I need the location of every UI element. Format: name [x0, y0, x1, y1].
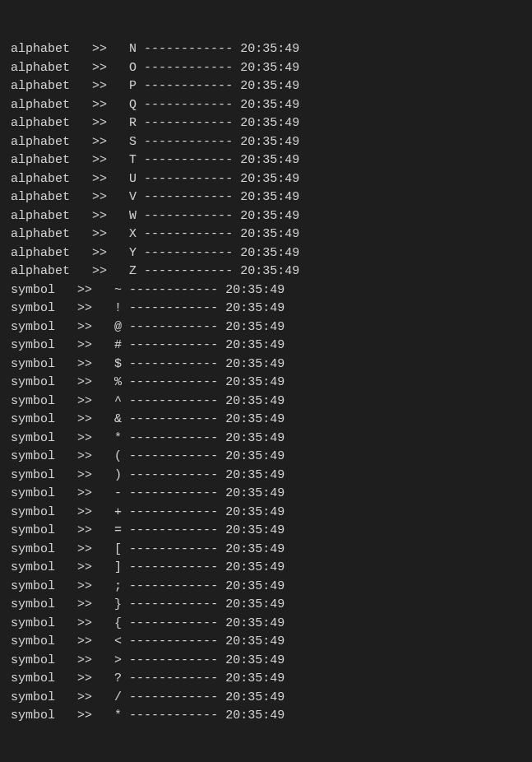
symbol-label: symbol — [11, 338, 55, 352]
symbol-char: + — [114, 505, 122, 519]
timestamp: 20:35:49 — [225, 597, 285, 611]
symbol-line: symbol >> > ------------ 20:35:49 — [3, 652, 532, 671]
dashes: ------------ — [129, 486, 218, 500]
timestamp: 20:35:49 — [240, 116, 299, 130]
symbol-char: = — [114, 523, 122, 537]
timestamp: 20:35:49 — [240, 61, 299, 75]
dashes: ------------ — [129, 283, 218, 297]
timestamp: 20:35:49 — [240, 42, 299, 56]
timestamp: 20:35:49 — [225, 320, 285, 334]
alphabet-label: alphabet — [11, 209, 70, 223]
timestamp: 20:35:49 — [225, 468, 285, 482]
arrow: >> — [92, 98, 107, 112]
symbol-line: symbol >> ) ------------ 20:35:49 — [3, 467, 532, 486]
timestamp: 20:35:49 — [240, 79, 299, 93]
dashes: ------------ — [129, 560, 218, 574]
arrow: >> — [77, 468, 92, 482]
symbol-line: symbol >> } ------------ 20:35:49 — [3, 596, 532, 615]
alphabet-char: S — [129, 135, 136, 149]
arrow: >> — [92, 61, 107, 75]
symbol-line: symbol >> * ------------ 20:35:49 — [3, 707, 532, 726]
arrow: >> — [77, 709, 92, 723]
alphabet-label: alphabet — [11, 227, 70, 241]
symbol-char: @ — [114, 320, 122, 334]
symbol-char: / — [114, 690, 122, 704]
symbol-label: symbol — [11, 431, 55, 445]
dashes: ------------ — [129, 375, 218, 389]
symbol-char: % — [114, 375, 122, 389]
symbol-char: - — [114, 486, 122, 500]
dashes: ------------ — [129, 468, 218, 482]
symbol-char: { — [114, 616, 122, 630]
timestamp: 20:35:49 — [225, 523, 285, 537]
symbol-label: symbol — [11, 505, 55, 519]
symbol-line: symbol >> ; ------------ 20:35:49 — [3, 578, 532, 597]
symbol-label: symbol — [11, 357, 55, 371]
symbol-char: * — [114, 431, 122, 445]
timestamp: 20:35:49 — [225, 709, 285, 723]
dashes: ------------ — [129, 449, 218, 463]
alphabet-line: alphabet >> W ------------ 20:35:49 — [3, 207, 532, 226]
alphabet-line: alphabet >> R ------------ 20:35:49 — [3, 114, 532, 133]
timestamp: 20:35:49 — [225, 634, 285, 648]
symbol-line: symbol >> @ ------------ 20:35:49 — [3, 318, 532, 337]
timestamp: 20:35:49 — [225, 283, 285, 297]
timestamp: 20:35:49 — [240, 98, 299, 112]
dashes: ------------ — [129, 357, 218, 371]
alphabet-line: alphabet >> U ------------ 20:35:49 — [3, 170, 532, 189]
symbol-char: ; — [114, 579, 122, 593]
dashes: ------------ — [129, 301, 218, 315]
symbol-line: symbol >> & ------------ 20:35:49 — [3, 411, 532, 430]
alphabet-line: alphabet >> O ------------ 20:35:49 — [3, 59, 532, 78]
timestamp: 20:35:49 — [225, 505, 285, 519]
symbol-label: symbol — [11, 523, 55, 537]
timestamp: 20:35:49 — [240, 135, 299, 149]
dashes: ------------ — [144, 79, 233, 93]
symbol-line: symbol >> = ------------ 20:35:49 — [3, 522, 532, 541]
arrow: >> — [77, 357, 92, 371]
timestamp: 20:35:49 — [225, 616, 285, 630]
symbol-label: symbol — [11, 690, 55, 704]
symbol-line: symbol >> / ------------ 20:35:49 — [3, 689, 532, 708]
alphabet-label: alphabet — [11, 79, 70, 93]
symbol-label: symbol — [11, 394, 55, 408]
timestamp: 20:35:49 — [240, 172, 299, 186]
symbol-line: symbol >> ( ------------ 20:35:49 — [3, 448, 532, 467]
timestamp: 20:35:49 — [225, 375, 285, 389]
symbol-label: symbol — [11, 486, 55, 500]
dashes: ------------ — [144, 153, 233, 167]
arrow: >> — [77, 579, 92, 593]
timestamp: 20:35:49 — [225, 560, 285, 574]
alphabet-char: R — [129, 116, 136, 130]
dashes: ------------ — [129, 579, 218, 593]
arrow: >> — [77, 542, 92, 556]
terminal-output: alphabet >> N ------------ 20:35:49 alph… — [0, 0, 532, 762]
symbol-line: symbol >> { ------------ 20:35:49 — [3, 615, 532, 634]
alphabet-char: O — [129, 61, 136, 75]
arrow: >> — [77, 653, 92, 667]
symbol-label: symbol — [11, 634, 55, 648]
symbol-label: symbol — [11, 616, 55, 630]
dashes: ------------ — [144, 42, 233, 56]
symbol-line: symbol >> ^ ------------ 20:35:49 — [3, 393, 532, 411]
symbol-label: symbol — [11, 671, 55, 685]
symbol-char: # — [114, 338, 122, 352]
arrow: >> — [92, 172, 107, 186]
timestamp: 20:35:49 — [240, 153, 299, 167]
dashes: ------------ — [144, 61, 233, 75]
timestamp: 20:35:49 — [225, 301, 285, 315]
arrow: >> — [77, 523, 92, 537]
arrow: >> — [92, 153, 107, 167]
arrow: >> — [77, 634, 92, 648]
alphabet-label: alphabet — [11, 116, 70, 130]
alphabet-line: alphabet >> X ------------ 20:35:49 — [3, 225, 532, 244]
dashes: ------------ — [129, 412, 218, 426]
dashes: ------------ — [144, 116, 233, 130]
dashes: ------------ — [144, 98, 233, 112]
dashes: ------------ — [129, 597, 218, 611]
timestamp: 20:35:49 — [225, 579, 285, 593]
arrow: >> — [77, 671, 92, 685]
alphabet-char: Z — [129, 264, 136, 278]
dashes: ------------ — [129, 338, 218, 352]
alphabet-char: T — [129, 153, 136, 167]
